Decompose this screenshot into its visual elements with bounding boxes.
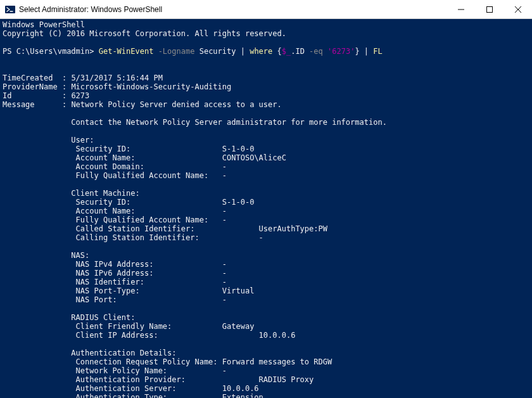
- minimize-button[interactable]: [446, 0, 475, 18]
- window-controls: [446, 0, 532, 18]
- field-message-value: Network Policy Server denied access to a…: [71, 100, 281, 109]
- maximize-button[interactable]: [475, 0, 504, 18]
- field-providername-value: Microsoft-Windows-Security-Auditing: [71, 82, 231, 91]
- prompt-space: [323, 47, 327, 56]
- prompt-dotid: .ID: [291, 47, 309, 56]
- prompt-ps: PS C:\Users\vmadmin>: [3, 47, 99, 56]
- prompt-lit: '6273': [327, 47, 355, 56]
- titlebar: Select Administrator: Windows PowerShell: [0, 0, 532, 19]
- field-timecreated-value: 5/31/2017 5:16:44 PM: [71, 74, 163, 82]
- svg-rect-0: [5, 6, 15, 13]
- prompt-param: -Logname: [153, 47, 194, 56]
- window-title: Select Administrator: Windows PowerShell: [19, 5, 446, 14]
- prompt-op: -eq: [309, 47, 323, 56]
- prompt-pipe2: |: [360, 47, 369, 56]
- field-timecreated-label: TimeCreated :: [3, 74, 71, 82]
- banner-line1: Windows PowerShell: [3, 20, 85, 29]
- close-button[interactable]: [504, 0, 532, 18]
- prompt-cmdlet: Get-WinEvent: [99, 47, 154, 56]
- prompt-var: $_: [282, 47, 291, 56]
- powershell-icon: [5, 4, 15, 15]
- field-message-label: Message :: [3, 100, 71, 109]
- field-providername-label: ProviderName :: [3, 82, 71, 91]
- prompt-brace-close: }: [355, 47, 359, 56]
- terminal-surface[interactable]: Windows PowerShell Copyright (C) 2016 Mi…: [0, 19, 532, 398]
- banner-line2: Copyright (C) 2016 Microsoft Corporation…: [3, 29, 286, 38]
- prompt-brace-open: {: [277, 47, 282, 56]
- field-id-value: 6273: [71, 91, 89, 100]
- prompt-fl: FL: [369, 47, 383, 56]
- prompt-arg: Security: [194, 47, 240, 56]
- prompt-pipe: |: [241, 47, 245, 56]
- prompt-where: where: [245, 47, 277, 56]
- message-body: Contact the Network Policy Server admini…: [3, 118, 532, 398]
- field-id-label: Id :: [3, 91, 71, 100]
- svg-rect-3: [486, 6, 492, 12]
